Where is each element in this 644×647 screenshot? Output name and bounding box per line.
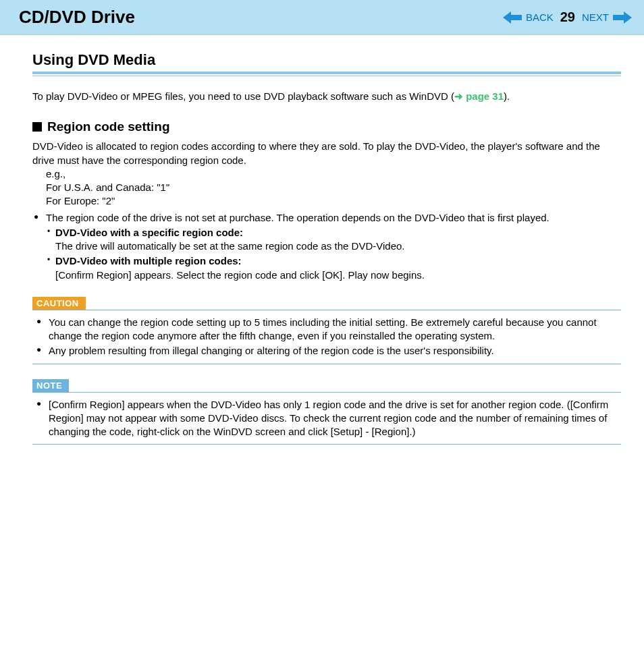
page-number: 29	[560, 9, 575, 25]
caution-item-2: Any problem resulting from illegal chang…	[36, 344, 621, 358]
sub-bullet-2-text: [Confirm Region] appears. Select the reg…	[55, 269, 425, 281]
example-eu: For Europe: "2"	[46, 194, 621, 208]
intro-text-a: To play DVD-Video or MPEG files, you nee…	[32, 90, 454, 102]
caution-header: CAUTION	[32, 297, 621, 310]
back-link[interactable]: BACK	[526, 11, 554, 23]
note-list: [Confirm Region] appears when the DVD-Vi…	[36, 398, 621, 439]
example-usa: For U.S.A. and Canada: "1"	[46, 181, 621, 194]
sub-bullet-list: DVD-Video with a specific region code: T…	[46, 226, 621, 282]
example-block: e.g., For U.S.A. and Canada: "1" For Eur…	[46, 167, 621, 208]
intro-paragraph: To play DVD-Video or MPEG files, you nee…	[32, 90, 621, 103]
sub-bullet-2-title: DVD-Video with multiple region codes:	[55, 255, 242, 266]
note-footer-rule	[32, 444, 621, 445]
arrow-right-icon: ➜	[454, 90, 466, 102]
bullet-list-main: The region code of the drive is not set …	[34, 211, 621, 282]
sub-bullet-1-text: The drive will automatically be set at t…	[55, 240, 405, 252]
paragraph-1: DVD-Video is allocated to region codes a…	[32, 140, 621, 167]
sub-bullet-1-title: DVD-Video with a specific region code:	[55, 227, 243, 238]
svg-marker-1	[613, 11, 632, 24]
sub-bullet-2: DVD-Video with multiple region codes: [C…	[46, 254, 621, 282]
nav-bar: BACK 29 NEXT	[503, 9, 632, 25]
example-label: e.g.,	[46, 167, 621, 181]
back-arrow-icon[interactable]	[503, 11, 522, 24]
bullet-item-1: The region code of the drive is not set …	[34, 211, 621, 282]
subsection-title: Region code setting	[47, 119, 170, 134]
page-header: CD/DVD Drive BACK 29 NEXT	[0, 0, 644, 35]
intro-text-b: ).	[504, 90, 510, 102]
next-arrow-icon[interactable]	[613, 11, 632, 24]
caution-footer-rule	[32, 364, 621, 364]
svg-marker-0	[503, 11, 522, 24]
note-item-1: [Confirm Region] appears when the DVD-Vi…	[36, 398, 621, 439]
caution-label: CAUTION	[32, 297, 86, 310]
page-link[interactable]: page 31	[466, 90, 504, 102]
section-title: Using DVD Media	[32, 51, 621, 69]
bullet-text-1: The region code of the drive is not set …	[46, 212, 549, 223]
sub-bullet-1: DVD-Video with a specific region code: T…	[46, 226, 621, 254]
next-link[interactable]: NEXT	[582, 11, 609, 23]
note-header: NOTE	[32, 379, 621, 393]
subsection-heading: Region code setting	[32, 119, 621, 134]
caution-list: You can change the region code setting u…	[36, 316, 621, 358]
section-rule	[32, 72, 621, 76]
caution-item-1: You can change the region code setting u…	[36, 316, 621, 343]
page-content: Using DVD Media To play DVD-Video or MPE…	[0, 35, 644, 458]
square-bullet-icon	[32, 122, 42, 132]
page-title: CD/DVD Drive	[19, 7, 135, 28]
note-label: NOTE	[32, 379, 69, 392]
